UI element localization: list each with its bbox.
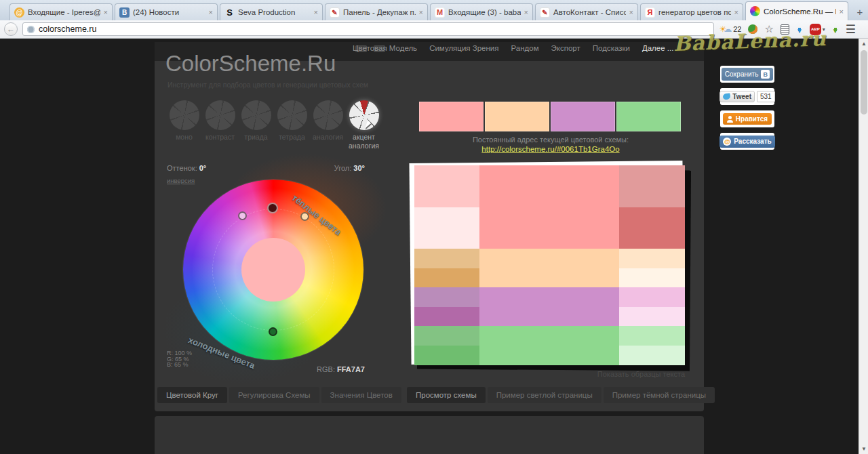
scheme-button[interactable]: триада — [238, 100, 274, 150]
tab-close-icon[interactable]: × — [314, 8, 318, 16]
preview-cell — [414, 207, 479, 249]
preview-cell — [479, 326, 619, 365]
panel-tab[interactable]: Просмотр схемы — [407, 387, 486, 403]
tab-close-icon[interactable]: × — [209, 8, 213, 16]
secondary-download-icon[interactable]: ▼ — [832, 28, 839, 31]
tab-title: (24) Новости — [133, 8, 205, 16]
site-tagline: Инструмент для подбора цветов и генераци… — [167, 81, 368, 89]
back-button[interactable]: ← — [4, 22, 18, 36]
scheme-color-swatch — [419, 102, 484, 131]
preview-cell — [619, 268, 685, 288]
scheme-wheel-icon — [241, 100, 271, 130]
tab-title: ColorScheme.Ru — Ц... — [764, 7, 836, 16]
scroll-up-icon[interactable]: ▲ — [859, 39, 868, 49]
browser-tab[interactable]: В(24) Новости× — [115, 3, 218, 20]
tab-close-icon[interactable]: × — [524, 8, 528, 16]
tweet-button[interactable]: Tweet — [719, 91, 755, 102]
browser-tab-bar: @Входящие - Iperes@...×В(24) Новости×SSe… — [0, 0, 868, 20]
scheme-button[interactable]: тетрада — [274, 100, 310, 150]
new-tab-button[interactable]: + — [852, 4, 868, 19]
page-content: Цветовая МодельСимуляция ЗренияРандомЭкс… — [0, 39, 868, 454]
wheel-marker-accent[interactable] — [269, 327, 277, 336]
preview-cell — [619, 326, 685, 346]
preview-cell — [619, 307, 685, 327]
mailru-share-card: @ Рассказать — [720, 133, 774, 150]
browser-tab[interactable]: ColorScheme.Ru — Ц...× — [745, 1, 848, 20]
browser-tab[interactable]: SSeva Production× — [220, 3, 323, 20]
browser-tab[interactable]: MВходящие (3) - babal...× — [430, 3, 533, 20]
nav-item[interactable]: Далее ... — [642, 44, 673, 52]
scheme-wheel-icon — [313, 100, 343, 130]
tab-close-icon[interactable]: × — [104, 8, 108, 16]
panel-tab[interactable]: Цветовой Круг — [157, 387, 227, 403]
show-text-samples-link[interactable]: Показать образцы текста — [556, 370, 685, 378]
mailru-at-icon: @ — [723, 138, 731, 146]
browser-tab[interactable]: ✎АвтоКонтакт - Списо...× — [535, 3, 638, 20]
browser-tab[interactable]: @Входящие - Iperes@...× — [9, 3, 113, 20]
scheme-label: акцент аналогия — [346, 133, 382, 150]
wheel-marker-analog-left[interactable] — [238, 211, 247, 220]
livejournal-icon: ✎ — [540, 7, 550, 18]
nav-item[interactable]: Подсказки — [593, 44, 630, 52]
scheme-button[interactable]: аналогия — [310, 100, 346, 150]
odnoklassniki-like-button[interactable]: Нравится — [723, 113, 772, 125]
footer-panel — [155, 416, 704, 454]
tab-close-icon[interactable]: × — [840, 7, 844, 16]
rgb-percentages: R: 100 % G: 65 % B: 65 % — [167, 350, 192, 368]
page-scrollbar[interactable]: ▲ ▼ — [859, 39, 868, 454]
scheme-button[interactable]: моно — [166, 100, 202, 150]
scheme-button[interactable]: акцент аналогия — [346, 100, 382, 150]
mailru-share-button[interactable]: @ Рассказать — [719, 136, 774, 148]
wheel-marker-base[interactable] — [267, 203, 278, 213]
nav-item[interactable]: Симуляция Зрения — [429, 44, 498, 52]
scheme-wheel-icon — [205, 100, 235, 130]
nav-item[interactable]: Экспорт — [551, 44, 580, 52]
scheme-color-swatch — [485, 102, 549, 131]
watermark: BabaLena.ru — [673, 26, 827, 56]
tab-close-icon[interactable]: × — [734, 8, 738, 16]
tweet-card: Tweet 531 — [720, 88, 774, 105]
scrollbar-thumb[interactable] — [861, 50, 867, 115]
rgb-hex-value: FFA7A7 — [337, 365, 365, 373]
hue-label: Оттенок: 0° — [167, 164, 206, 172]
address-url: colorscheme.ru — [39, 24, 96, 34]
preview-cell — [414, 165, 479, 207]
preview-cell — [479, 249, 619, 287]
browser-tab[interactable]: ✎Панель - Декупаж п...× — [325, 3, 428, 20]
rgb-hex: RGB: FFA7A7 — [271, 365, 365, 373]
scheme-color-swatch — [616, 102, 681, 131]
scheme-button[interactable]: контраст — [202, 100, 238, 150]
tab-close-icon[interactable]: × — [419, 8, 423, 16]
vk-save-button[interactable]: Сохранить В — [722, 68, 774, 81]
panel-tab[interactable]: Значения Цветов — [321, 387, 401, 403]
panel-tab[interactable]: Регулировка Схемы — [229, 387, 319, 403]
vk-icon: В — [119, 7, 130, 18]
browser-tab[interactable]: Ягенератор цветов по...× — [640, 3, 743, 20]
preview-cell — [414, 249, 479, 268]
scheme-swatches — [419, 102, 681, 131]
vk-icon: В — [761, 70, 770, 79]
selected-color-disc — [241, 238, 305, 302]
ok-like-card: Нравится — [720, 110, 774, 127]
panel-tab[interactable]: Пример тёмной страницы — [604, 387, 715, 403]
gmail-icon: M — [435, 7, 445, 18]
preview-tabs: Просмотр схемыПример светлой страницыПри… — [407, 387, 715, 403]
scheme-wheel-icon — [170, 100, 199, 130]
scheme-label: моно — [166, 133, 202, 142]
tab-title: генератор цветов по... — [658, 8, 731, 16]
yandex-icon: Я — [645, 7, 655, 18]
tweet-count: 531 — [757, 91, 775, 102]
preview-cell — [619, 287, 685, 307]
address-bar[interactable]: colorscheme.ru — [22, 22, 714, 36]
permalink-url[interactable]: http://colorscheme.ru/#0061Tb1Gra4Oo — [415, 145, 686, 153]
panel-tab[interactable]: Пример светлой страницы — [488, 387, 601, 403]
site-nav: Цветовая МодельСимуляция ЗренияРандомЭкс… — [353, 44, 673, 52]
twitter-bird-icon — [723, 93, 731, 100]
scroll-down-icon[interactable]: ▼ — [859, 444, 868, 454]
nav-item[interactable]: Рандом — [511, 44, 539, 52]
invert-link[interactable]: инверсия — [167, 177, 195, 184]
preview-cell — [479, 165, 619, 249]
nav-item[interactable]: Цветовая Модель — [353, 44, 417, 52]
browser-menu-icon[interactable]: ☰ — [846, 22, 856, 37]
tab-close-icon[interactable]: × — [629, 8, 633, 16]
